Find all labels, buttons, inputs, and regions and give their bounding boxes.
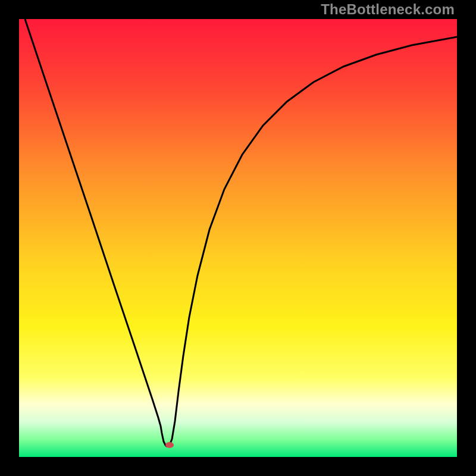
optimal-point-marker <box>165 442 174 448</box>
watermark-text: TheBottleneck.com <box>321 1 455 18</box>
bottleneck-chart <box>19 19 457 457</box>
gradient-background <box>19 19 457 457</box>
